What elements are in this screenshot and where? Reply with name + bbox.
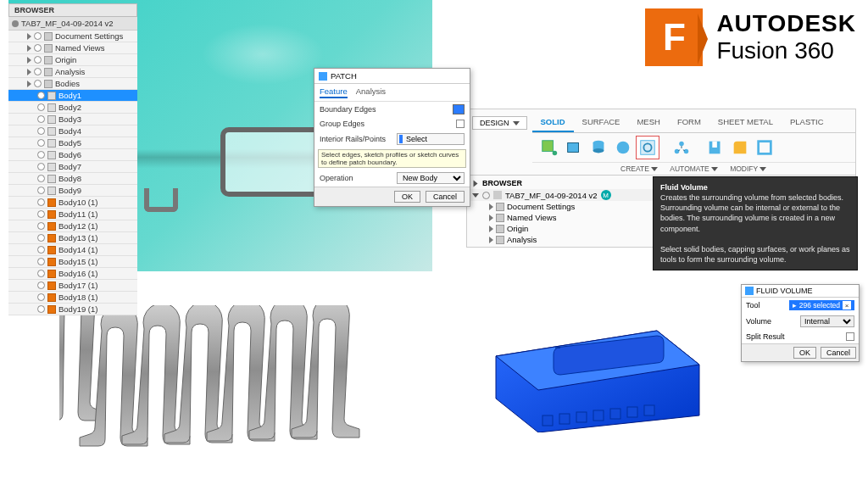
- browser-body-item[interactable]: Body12 (1): [8, 220, 137, 232]
- eye-icon[interactable]: [37, 151, 45, 159]
- browser-body-item[interactable]: Body11 (1): [8, 209, 137, 220]
- radio-icon: [12, 20, 19, 27]
- browser-body-item[interactable]: Body18 (1): [8, 292, 137, 304]
- browser-folder[interactable]: Bodies: [8, 78, 137, 90]
- browser-body-item[interactable]: Body10 (1): [8, 197, 137, 209]
- eye-icon[interactable]: [37, 187, 45, 194]
- cancel-button[interactable]: Cancel: [821, 347, 856, 359]
- interior-select-button[interactable]: Select: [397, 133, 465, 145]
- clear-selection-button[interactable]: ×: [843, 301, 851, 309]
- browser-body-item[interactable]: Body14 (1): [8, 244, 137, 256]
- svg-point-1: [552, 151, 557, 156]
- browser-body-item[interactable]: Body7: [8, 161, 137, 173]
- ribbon-tab-mesh[interactable]: MESH: [628, 113, 668, 132]
- tooltip-title: Fluid Volume: [660, 183, 708, 192]
- fluid-volume-dialog: FLUID VOLUME Tool ▸296 selected× VolumeI…: [741, 284, 860, 362]
- browser-body-item[interactable]: Body1: [8, 90, 137, 102]
- ok-button[interactable]: OK: [793, 347, 816, 359]
- browser-body-item[interactable]: Body17 (1): [8, 280, 137, 292]
- eye-icon[interactable]: [37, 115, 45, 123]
- eye-icon[interactable]: [37, 305, 45, 313]
- eye-icon[interactable]: [37, 103, 45, 111]
- eye-icon[interactable]: [37, 222, 45, 230]
- ribbon-tab-form[interactable]: FORM: [669, 113, 709, 132]
- automate-tool[interactable]: [670, 136, 693, 159]
- ok-button[interactable]: OK: [394, 191, 420, 203]
- group-edges-checkbox[interactable]: [456, 120, 465, 128]
- folder-icon: [44, 68, 53, 76]
- modify-hole-tool[interactable]: [704, 136, 727, 159]
- chevron-down-icon: [513, 121, 520, 125]
- browser-folder[interactable]: Origin: [8, 54, 137, 66]
- chevron-down-icon: [651, 167, 658, 171]
- eye-icon[interactable]: [34, 44, 42, 52]
- label-volume: Volume: [746, 317, 771, 326]
- browser-body-item[interactable]: Body5: [8, 137, 137, 149]
- eye-icon[interactable]: [37, 139, 45, 147]
- browser-folder[interactable]: Named Views: [8, 42, 137, 54]
- group-modify-label[interactable]: MODIFY: [730, 164, 766, 173]
- group-create-label[interactable]: CREATE: [620, 164, 658, 173]
- browser-body-item[interactable]: Body4: [8, 125, 137, 137]
- browser-folder[interactable]: Document Settings: [8, 31, 137, 42]
- browser-body-item[interactable]: Body16 (1): [8, 268, 137, 280]
- browser-body-item[interactable]: Body15 (1): [8, 256, 137, 268]
- create-sphere-tool[interactable]: [611, 136, 635, 159]
- eye-icon[interactable]: [37, 92, 45, 99]
- tab-analysis[interactable]: Analysis: [356, 86, 386, 98]
- split-result-checkbox[interactable]: [846, 332, 854, 341]
- browser-file-row[interactable]: TAB7_MF_04-09-2014 v2: [8, 17, 137, 31]
- browser-body-item[interactable]: Body2: [8, 102, 137, 114]
- eye-icon[interactable]: [34, 32, 42, 40]
- svg-rect-15: [542, 415, 553, 426]
- chevron-right-icon[interactable]: [474, 180, 478, 187]
- tab-feature[interactable]: Feature: [320, 86, 348, 98]
- folder-label: Named Views: [55, 43, 104, 53]
- ribbon-tab-sheet-metal[interactable]: SHEET METAL: [709, 113, 782, 132]
- eye-icon[interactable]: [37, 175, 45, 182]
- eye-icon[interactable]: [37, 282, 45, 289]
- ribbon-tab-solid[interactable]: SOLID: [532, 113, 574, 132]
- eye-icon[interactable]: [37, 127, 45, 135]
- browser-body-item[interactable]: Body13 (1): [8, 232, 137, 244]
- chevron-right-icon: [27, 81, 31, 87]
- create-box-tool[interactable]: [562, 136, 586, 159]
- eye-icon[interactable]: [34, 80, 42, 87]
- fluid-volume-tool[interactable]: [636, 136, 659, 159]
- eye-icon[interactable]: [37, 293, 45, 301]
- modify-fillet-tool[interactable]: [728, 136, 752, 159]
- eye-icon[interactable]: [34, 56, 42, 64]
- body-label: Body12 (1): [58, 221, 97, 231]
- eye-icon[interactable]: [37, 258, 45, 265]
- eye-icon[interactable]: [37, 163, 45, 170]
- selection-pill[interactable]: ▸296 selected×: [789, 300, 854, 310]
- design-workspace-dropdown[interactable]: DESIGN: [472, 116, 527, 130]
- browser-body-item[interactable]: Body6: [8, 149, 137, 161]
- eye-icon[interactable]: [482, 192, 490, 199]
- eye-icon[interactable]: [34, 68, 42, 75]
- eye-icon[interactable]: [37, 270, 45, 277]
- boundary-selector[interactable]: [453, 104, 465, 114]
- create-cylinder-tool[interactable]: [587, 136, 610, 159]
- ribbon-tab-surface[interactable]: SURFACE: [574, 113, 629, 132]
- volume-dropdown[interactable]: Internal: [800, 315, 854, 327]
- browser-folder[interactable]: Analysis: [8, 66, 137, 78]
- eye-icon[interactable]: [37, 210, 45, 218]
- dialog-title: FLUID VOLUME: [756, 287, 813, 295]
- browser-body-item[interactable]: Body9: [8, 185, 137, 197]
- eye-icon[interactable]: [37, 234, 45, 242]
- operation-dropdown[interactable]: New Body: [397, 172, 465, 184]
- eye-icon[interactable]: [37, 198, 45, 206]
- modify-shell-tool[interactable]: [753, 136, 776, 159]
- cancel-button[interactable]: Cancel: [426, 191, 465, 203]
- folder-label: Origin: [507, 224, 528, 233]
- browser-body-item[interactable]: Body8: [8, 173, 137, 185]
- body-label: Body2: [58, 103, 81, 112]
- browser-body-item[interactable]: Body19 (1): [8, 304, 137, 315]
- create-sketch-tool[interactable]: [537, 136, 561, 159]
- eye-icon[interactable]: [37, 246, 45, 254]
- group-automate-label[interactable]: AUTOMATE: [670, 164, 718, 173]
- ribbon-tab-plastic[interactable]: PLASTIC: [782, 113, 832, 132]
- browser-body-item[interactable]: Body3: [8, 114, 137, 125]
- body-icon: [47, 139, 56, 148]
